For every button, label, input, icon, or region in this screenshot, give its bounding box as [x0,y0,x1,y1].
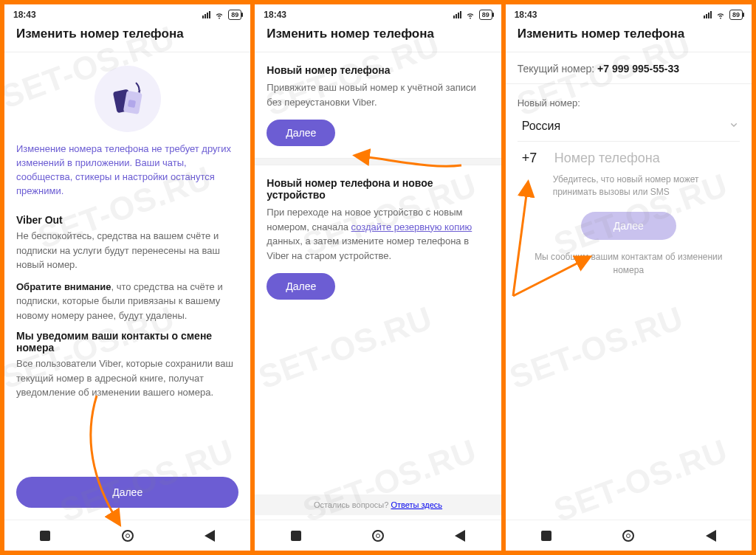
chevron-down-icon [728,119,740,134]
signal-icon [704,11,712,18]
android-navbar [255,520,501,551]
sim-swap-illustration [16,52,238,139]
backup-link[interactable]: создайте резервную копию [351,221,472,232]
signal-icon [202,11,210,18]
clock: 18:43 [13,10,36,20]
section-1-body: Привяжите ваш новый номер к учётной запи… [267,76,489,120]
next-button-new-number[interactable]: Далее [267,120,335,146]
faq-link[interactable]: Ответы здесь [391,500,442,509]
svg-rect-2 [128,100,136,108]
home-button[interactable] [122,530,134,542]
signal-icon [453,11,461,18]
status-bar: 18:43 89 [4,4,250,22]
recent-apps-button[interactable] [291,531,301,541]
wifi-icon [465,10,475,20]
status-bar: 18:43 89 [506,4,752,22]
back-button[interactable] [205,530,215,542]
home-button[interactable] [372,530,384,542]
sms-hint: Убедитесь, что новый номер может принима… [518,169,740,212]
viber-out-body: Не беспокойтесь, средства на вашем счёте… [16,229,238,272]
country-selector[interactable]: Россия [518,114,740,141]
android-navbar [4,520,250,551]
back-button[interactable] [706,530,716,542]
current-number-row: Текущий номер: +7 999 995-55-33 [506,52,752,84]
page-title: Изменить номер телефона [506,22,752,52]
section-2-title: Новый номер телефона и новое устройство [267,165,489,201]
new-number-label: Новый номер: [518,84,740,114]
battery-icon: 89 [479,10,492,20]
battery-icon: 89 [228,10,241,20]
back-button[interactable] [455,530,465,542]
recent-apps-button[interactable] [40,531,50,541]
screen-1: 18:43 89 Изменить номер телефона [4,4,250,551]
next-button[interactable]: Далее [16,477,238,508]
wifi-icon [214,10,224,20]
phone-input[interactable]: Номер телефона [554,151,740,166]
country-value: Россия [522,120,560,133]
next-button-new-device[interactable]: Далее [267,273,335,300]
country-code: +7 [518,151,547,166]
android-navbar [506,520,752,551]
contacts-note: Мы сообщим вашим контактам об изменении … [518,240,740,287]
screen-3: 18:43 89 Изменить номер телефона Текущий… [506,4,752,551]
current-number-value: +7 999 995-55-33 [597,63,679,75]
viber-out-heading: Viber Out [16,214,238,226]
next-button[interactable]: Далее [581,212,676,240]
battery-icon: 89 [729,10,743,20]
recent-apps-button[interactable] [541,531,551,541]
section-2-body: При переходе на новое устройство с новым… [267,201,489,273]
screen-2: 18:43 89 Изменить номер телефона Новый н… [255,4,501,551]
clock: 18:43 [515,10,537,20]
notify-heading: Мы уведомим ваши контакты о смене номера [16,330,238,354]
notify-body: Все пользователи Viber, которые сохранил… [16,356,238,400]
home-button[interactable] [622,530,634,542]
wifi-icon [715,10,726,20]
page-title: Изменить номер телефона [4,22,250,52]
faq-footer: Остались вопросы? Ответы здесь [255,494,501,515]
section-1-title: Новый номер телефона [267,52,489,76]
annotation-arrow [75,392,141,535]
balance-note: Обратите внимание, что средства на счёте… [16,280,238,323]
page-title: Изменить номер телефона [255,22,501,52]
intro-text: Изменение номера телефона не требует дру… [16,139,238,208]
status-bar: 18:43 89 [255,4,501,22]
clock: 18:43 [264,10,286,20]
